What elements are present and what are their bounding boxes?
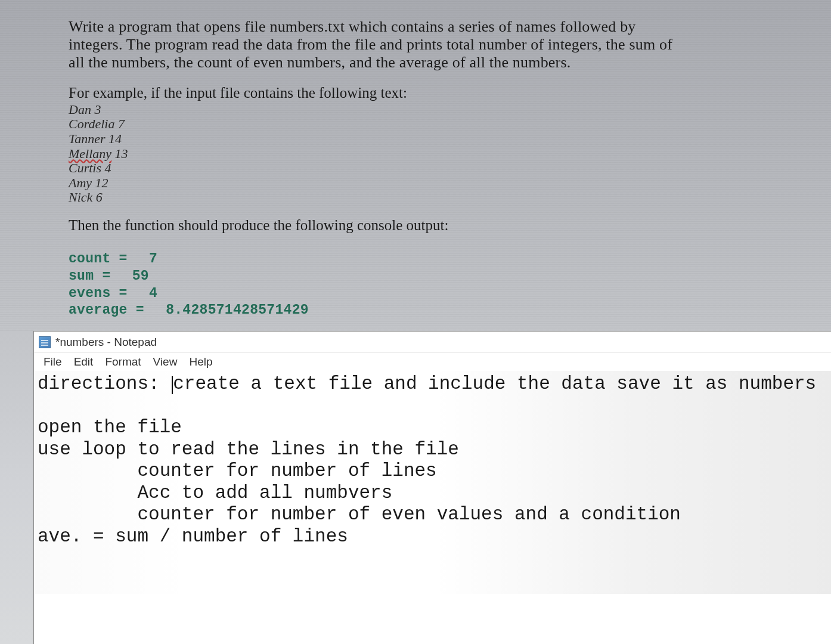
notepad-menubar: File Edit Format View Help xyxy=(34,353,831,371)
menu-view[interactable]: View xyxy=(147,355,184,369)
notepad-icon xyxy=(39,336,51,348)
data-line-6: Amy 12 xyxy=(69,176,831,191)
menu-format[interactable]: Format xyxy=(99,355,147,369)
data-line-3: Tanner 14 xyxy=(69,132,831,147)
content-line-3: use loop to read the lines in the file xyxy=(38,439,459,460)
notepad-window: *numbers - Notepad File Edit Format View… xyxy=(33,331,831,644)
console-line-count: count = 7 xyxy=(69,250,831,268)
content-line-6: counter for number of even values and a … xyxy=(38,504,681,525)
menu-edit[interactable]: Edit xyxy=(68,355,100,369)
console-line-average: average = 8.428571428571429 xyxy=(69,302,831,319)
console-output: count = 7 sum = 59 evens = 4 average = 8… xyxy=(69,250,831,319)
notepad-text-area[interactable]: directions: create a text file and inclu… xyxy=(34,371,831,594)
menu-file[interactable]: File xyxy=(38,355,68,369)
menu-help[interactable]: Help xyxy=(183,355,218,369)
console-line-sum: sum = 59 xyxy=(69,268,831,285)
notepad-titlebar[interactable]: *numbers - Notepad xyxy=(34,332,831,353)
data-line-5: Curtis 4 xyxy=(69,161,831,176)
input-data-list: Dan 3 Cordelia 7 Tanner 14 Mellany 13 Cu… xyxy=(69,103,831,205)
console-line-evens: evens = 4 xyxy=(69,285,831,302)
data-line-7: Nick 6 xyxy=(69,190,831,205)
problem-section: Write a program that opens file numbers.… xyxy=(0,0,831,319)
content-line-1a: directions: xyxy=(38,373,170,394)
content-line-4: counter for number of lines xyxy=(38,460,437,481)
content-line-5: Acc to add all numbvers xyxy=(38,482,392,503)
data-line-1: Dan 3 xyxy=(69,103,831,117)
example-intro: For example, if the input file contains … xyxy=(69,85,831,101)
content-line-7: ave. = sum / number of lines xyxy=(38,526,348,547)
output-intro: Then the function should produce the fol… xyxy=(69,217,831,234)
content-line-2: open the file xyxy=(38,417,182,438)
content-line-1b: create a text file and include the data … xyxy=(173,373,816,394)
problem-description: Write a program that opens file numbers.… xyxy=(69,18,677,72)
data-line-2: Cordelia 7 xyxy=(69,117,831,132)
notepad-title: *numbers - Notepad xyxy=(55,336,157,349)
data-line-4: Mellany 13 xyxy=(69,147,831,162)
